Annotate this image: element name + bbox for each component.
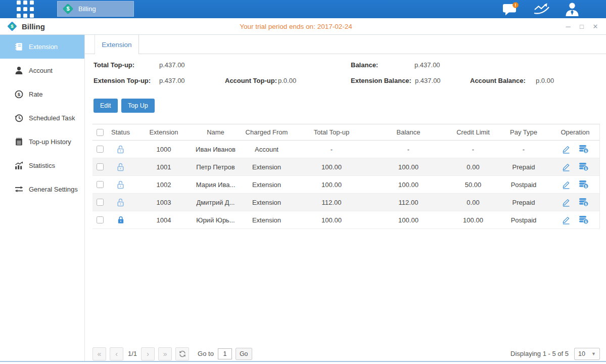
cell-credit-limit: - xyxy=(449,141,497,158)
sidebar-item-label: Extension xyxy=(29,43,58,51)
sidebar-item-scheduled-task[interactable]: Scheduled Task xyxy=(0,106,84,130)
close-icon[interactable]: ✕ xyxy=(592,23,599,30)
billing-diamond-icon: $ xyxy=(62,3,74,15)
edit-pencil-icon[interactable] xyxy=(562,180,571,189)
row-checkbox[interactable] xyxy=(97,181,104,188)
cell-name: Дмитрий Д... xyxy=(194,194,238,211)
topup-coins-icon[interactable]: $ xyxy=(579,180,589,189)
cell-charged-from: Extension xyxy=(238,211,296,229)
topup-coins-icon[interactable]: $ xyxy=(579,145,589,154)
goto-page-input[interactable] xyxy=(218,348,232,359)
cell-total-topup: 100.00 xyxy=(296,176,367,193)
displaying-text: Displaying 1 - 5 of 5 xyxy=(510,350,569,357)
edit-pencil-icon[interactable] xyxy=(562,216,571,224)
monitor-chart-icon[interactable] xyxy=(533,3,550,16)
refresh-button[interactable] xyxy=(175,347,189,360)
column-header-status: Status xyxy=(107,124,134,140)
row-select-cell xyxy=(92,211,107,229)
table-row: 1000Иван ИвановAccount----$ xyxy=(92,141,599,158)
page-size-select[interactable]: 10 ▼ xyxy=(574,348,600,360)
row-select-cell xyxy=(92,194,107,211)
status-cell xyxy=(107,141,134,158)
operation-cell: $ xyxy=(550,158,600,175)
operation-cell: $ xyxy=(550,141,600,158)
sidebar-item-label: Statistics xyxy=(29,162,55,169)
cell-charged-from: Account xyxy=(238,141,296,158)
account-topup-label: Account Top-up: xyxy=(225,77,277,84)
column-header-total-topup: Total Top-up xyxy=(296,124,367,140)
extension-topup-label: Extension Top-up: xyxy=(94,77,151,84)
select-all-checkbox[interactable] xyxy=(97,129,104,136)
maximize-icon[interactable]: □ xyxy=(578,23,585,30)
sidebar: ExtensionAccount$RateScheduled TaskTop-u… xyxy=(0,35,85,361)
user-account-icon[interactable] xyxy=(565,2,580,16)
cell-total-topup: 100.00 xyxy=(296,158,367,175)
lock-open-icon xyxy=(116,162,125,172)
topup-coins-icon[interactable]: $ xyxy=(579,198,589,207)
prev-page-button[interactable]: ‹ xyxy=(110,347,123,360)
chevron-down-icon: ▼ xyxy=(591,351,596,356)
extension-balance-label: Extension Balance: xyxy=(351,77,411,84)
account-topup-value: р.0.00 xyxy=(278,77,296,84)
lock-open-icon xyxy=(116,180,125,190)
pagination-bar: « ‹ 1/1 › » Go to Go Displaying 1 - 5 of… xyxy=(92,347,600,360)
cell-total-topup: 100.00 xyxy=(296,211,367,229)
row-checkbox[interactable] xyxy=(97,216,104,223)
cell-name: Мария Ива... xyxy=(194,176,238,193)
tab-extension[interactable]: Extension xyxy=(95,35,139,54)
sidebar-item-statistics[interactable]: Statistics xyxy=(0,154,84,177)
sidebar-item-label: Account xyxy=(29,67,53,74)
extension-icon xyxy=(15,42,23,51)
row-checkbox[interactable] xyxy=(97,199,104,206)
rate-icon: $ xyxy=(15,90,23,99)
first-page-button[interactable]: « xyxy=(92,347,106,360)
last-page-button[interactable]: » xyxy=(158,347,172,360)
sidebar-item-extension[interactable]: Extension xyxy=(0,35,84,59)
column-header-charged-from: Charged From xyxy=(238,124,296,140)
topup-button[interactable]: Top Up xyxy=(121,99,155,113)
page-size-value: 10 xyxy=(578,350,585,357)
next-page-button[interactable]: › xyxy=(141,347,155,360)
cell-extension: 1003 xyxy=(134,194,194,211)
app-tab-billing[interactable]: $ Billing xyxy=(57,1,134,17)
cell-pay-type: Prepaid xyxy=(497,158,550,175)
topup-coins-icon[interactable]: $ xyxy=(579,162,589,171)
cell-balance: - xyxy=(367,141,449,158)
row-checkbox[interactable] xyxy=(97,163,104,170)
cell-pay-type: - xyxy=(497,141,550,158)
go-button[interactable]: Go xyxy=(236,348,252,360)
statistics-icon xyxy=(15,161,23,170)
row-checkbox[interactable] xyxy=(97,146,104,153)
cell-name: Юрий Юрь... xyxy=(194,211,238,229)
apps-grid-icon[interactable] xyxy=(17,1,34,18)
edit-button[interactable]: Edit xyxy=(94,99,118,113)
cell-credit-limit: 100.00 xyxy=(449,211,497,229)
column-header-name: Name xyxy=(194,124,238,140)
cell-charged-from: Extension xyxy=(238,176,296,193)
cell-charged-from: Extension xyxy=(238,194,296,211)
balance-value: р.437.00 xyxy=(414,61,440,69)
cell-balance: 100.00 xyxy=(367,176,449,193)
sidebar-item-account[interactable]: Account xyxy=(0,59,84,82)
table-row: 1004Юрий Юрь...Extension100.00100.00100.… xyxy=(92,211,599,229)
messages-icon[interactable]: ! xyxy=(502,2,519,16)
edit-pencil-icon[interactable] xyxy=(562,163,571,171)
tab-strip: Extension xyxy=(85,35,606,54)
edit-pencil-icon[interactable] xyxy=(562,198,571,207)
table-row: 1002Мария Ива...Extension100.00100.0050.… xyxy=(92,176,599,194)
trial-notice: Your trial period ends on: 2017-02-24 xyxy=(0,23,599,30)
window-titlebar: $ Billing Your trial period ends on: 201… xyxy=(0,18,606,35)
page-indicator: 1/1 xyxy=(128,350,137,357)
cell-credit-limit: 50.00 xyxy=(449,176,497,193)
sidebar-item-top-up-history[interactable]: Top-up History xyxy=(0,130,84,154)
sidebar-item-rate[interactable]: $Rate xyxy=(0,82,84,106)
edit-pencil-icon[interactable] xyxy=(562,145,571,154)
row-select-cell xyxy=(92,141,107,158)
topup-coins-icon[interactable]: $ xyxy=(579,215,589,224)
account-balance-value: р.0.00 xyxy=(536,77,554,84)
sidebar-item-general-settings[interactable]: General Settings xyxy=(0,177,84,201)
status-cell xyxy=(107,158,134,175)
cell-pay-type: Prepaid xyxy=(497,194,550,211)
minimize-icon[interactable]: ─ xyxy=(565,23,572,30)
cell-name: Иван Иванов xyxy=(194,141,238,158)
